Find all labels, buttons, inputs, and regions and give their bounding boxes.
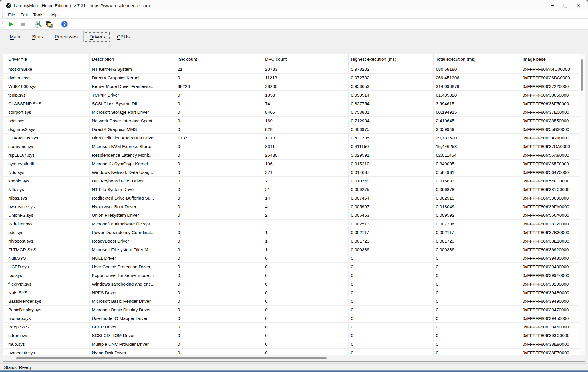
column-header-dpc-count[interactable]: DPC count	[263, 54, 349, 65]
cell-description: Windows sandboxing and enc...	[90, 280, 175, 288]
table-row[interactable]: Ntfs.sysNT File System Driver0210,009275…	[3, 185, 579, 194]
cell-description: Redirected Drive Buffering Su...	[90, 194, 175, 202]
help-button[interactable]: ?	[59, 20, 69, 29]
vertical-scrollbar[interactable]	[579, 54, 585, 355]
close-button[interactable]	[572, 0, 585, 11]
cell-dpc-count: 1853	[263, 91, 349, 99]
cell-total-execution: 29,731620	[434, 134, 520, 142]
table-row[interactable]: FLTMGR.SYSMicrosoft Filesystem Filter M.…	[3, 245, 579, 254]
cell-isr-count: 0	[175, 228, 263, 237]
table-row[interactable]: WdFilter.sysMicrosoft antimalware file s…	[3, 220, 579, 228]
table-row[interactable]: BasicRender.sysMicrosoft Basic Render Dr…	[3, 297, 579, 306]
options-button[interactable]	[33, 20, 43, 29]
table-row[interactable]: pdc.sysPower Dependency Coordinat...010,…	[3, 228, 579, 237]
cell-highest-execution: 0,411150	[349, 142, 434, 151]
table-row[interactable]: Wdf01000.sysKernel Mode Driver Framewor.…	[3, 82, 579, 91]
table-row[interactable]: Npfs.SYSNPFS Driver00000xFFFFF806'394B00…	[3, 288, 579, 297]
play-button[interactable]	[6, 20, 16, 29]
table-row[interactable]: UCPD.sysUser Choice Protection Driver000…	[3, 263, 579, 271]
table-row[interactable]: dxgmms2.sysDirectX Graphics MMS08280,463…	[3, 125, 579, 134]
menu-item-help[interactable]: Help	[46, 11, 60, 18]
table-row[interactable]: Ndu.sysWindows Network Data Usag...03710…	[3, 168, 579, 177]
table-row[interactable]: hvservice.sysHypervisor Boot Driver040,0…	[3, 202, 579, 211]
column-header-total-execution[interactable]: Total execution (ms)	[434, 54, 520, 65]
cell-driver-file: ndis.sys	[3, 117, 90, 125]
horizontal-scrollbar-thumb[interactable]	[16, 357, 327, 359]
table-row[interactable]: tcpip.sysTCP/IP Driver018530,95051461,49…	[3, 91, 579, 99]
column-header-image-base[interactable]: Image base	[520, 54, 585, 65]
title-bar[interactable]: LatencyMon (Home Edition ) v 7.31 - http…	[0, 0, 588, 11]
cell-highest-execution: 0	[349, 331, 434, 340]
table-row[interactable]: rdyboost.sysReadyBoost Driver010,0017230…	[3, 237, 579, 245]
column-header-isr-count[interactable]: ISR count	[175, 54, 263, 65]
table-row[interactable]: mup.sysMultiple UNC Provider Driver00000…	[3, 340, 579, 349]
cell-dpc-count: 0	[263, 323, 349, 331]
table-row[interactable]: filecrypt.sysWindows sandboxing and enc.…	[3, 280, 579, 288]
table-row[interactable]: UnionFS.sysUnion Filesystem Driver020,00…	[3, 211, 579, 220]
tab-main[interactable]: Main	[5, 33, 25, 41]
cell-highest-execution: 0	[349, 263, 434, 271]
maximize-button[interactable]	[559, 0, 572, 11]
cell-dpc-count: 0	[263, 297, 349, 306]
column-header-driver-file[interactable]: Driver file	[3, 54, 90, 65]
cell-highest-execution: 0	[349, 323, 434, 331]
cell-dpc-count: 0	[263, 254, 349, 263]
table-row[interactable]: cdrom.sysSCSI CD-ROM Driver00000xFFFFF80…	[3, 331, 579, 340]
minimize-button[interactable]	[546, 0, 559, 11]
horizontal-scrollbar[interactable]	[3, 355, 585, 361]
menubar-gripper[interactable]	[2, 12, 3, 17]
vertical-scrollbar-thumb[interactable]	[581, 59, 583, 91]
stop-button[interactable]	[18, 20, 27, 29]
cell-total-execution: 0	[434, 297, 520, 306]
table-row[interactable]: tbs.sysExport driver for kernel mode ...…	[3, 271, 579, 280]
menu-item-edit[interactable]: Edit	[18, 11, 31, 18]
table-row[interactable]: uiomap.sysUsermode IO Mapper Driver00000…	[3, 314, 579, 323]
table-row[interactable]: storport.sysMicrosoft Storage Port Drive…	[3, 108, 579, 117]
cell-highest-execution: 0,972732	[349, 74, 434, 82]
cell-description: Export driver for kernel mode ...	[90, 271, 175, 280]
cell-image-base: 0xFFFFF806'38550000	[520, 117, 579, 125]
cell-description: NULL Driver	[90, 254, 175, 263]
cell-description: DirectX Graphics Kernel	[90, 74, 175, 82]
table-row[interactable]: CLASSPNP.SYSSCSI Class System Dll0740,82…	[3, 99, 579, 108]
table-row[interactable]: rspLLL64.sysResplendence Latency Monit..…	[3, 151, 579, 160]
table-row[interactable]: symcryptk.dllMicrosoft® SymCrypt Kernel …	[3, 160, 579, 168]
table-row[interactable]: BasicDisplay.sysMicrosoft Basic Display …	[3, 306, 579, 314]
cell-highest-execution: 0,950514	[349, 91, 434, 99]
column-header-description[interactable]: Description	[90, 54, 175, 65]
tab-stats[interactable]: Stats	[28, 33, 47, 41]
cell-isr-count: 38226	[175, 82, 263, 91]
cell-description: Microsoft Storage Port Driver	[90, 108, 175, 117]
cell-driver-file: storport.sys	[3, 108, 90, 117]
table-row[interactable]: ntoskrnl.exeNT Kernel & System21207830,9…	[3, 65, 579, 74]
cell-image-base: 0xFFFFF806'39400000	[520, 263, 579, 271]
cell-dpc-count: 1	[263, 228, 349, 237]
table-row[interactable]: dxgkrnl.sysDirectX Graphics Kernel011218…	[3, 74, 579, 82]
cell-total-execution: 0	[434, 331, 520, 340]
table-row[interactable]: ndis.sysNetwork Driver Interface Speci..…	[3, 117, 579, 125]
tab-processes[interactable]: Processes	[51, 33, 82, 41]
cell-total-execution: 15,446253	[434, 142, 520, 151]
table-row[interactable]: nvmedisk.sysNvme Disk Driver00000xFFFFF8…	[3, 349, 579, 355]
table-row[interactable]: Null.SYSNULL Driver00000xFFFFF806'394300…	[3, 254, 579, 263]
column-header-highest-execution[interactable]: Highest execution (ms)	[349, 54, 434, 65]
tab-drivers[interactable]: Drivers	[85, 32, 110, 42]
cell-image-base: 0xFFFFF806'39470000	[520, 306, 579, 314]
copy-button[interactable]	[44, 20, 54, 29]
cell-description: Hypervisor Boot Driver	[90, 202, 175, 211]
cell-driver-file: FLTMGR.SYS	[3, 245, 90, 254]
table-row[interactable]: stornvme.sysMicrosoft NVM Express Storp.…	[3, 142, 579, 151]
cell-image-base: 0xFFFFF806'3A740000	[520, 134, 579, 142]
toolbar-gripper[interactable]	[2, 21, 3, 28]
menu-item-file[interactable]: File	[5, 11, 18, 18]
table-row[interactable]: Beep.SYSBEEP Driver00000xFFFFF806'394400…	[3, 323, 579, 331]
cell-driver-file: HDAudBus.sys	[3, 134, 90, 142]
menu-item-tools[interactable]: Tools	[31, 11, 46, 18]
cell-image-base: 0xFFFFF806'36BC0000	[520, 74, 579, 82]
cell-total-execution: 680,68180	[434, 65, 520, 74]
table-row[interactable]: kbdhid.sysHID Keyboard Filter Driver020,…	[3, 177, 579, 185]
cell-dpc-count: 196	[263, 160, 349, 168]
table-row[interactable]: HDAudBus.sysHigh Definition Audio Bus Dr…	[3, 134, 579, 142]
tab-cpus[interactable]: CPUs	[113, 33, 134, 41]
table-row[interactable]: rdbss.sysRedirected Drive Buffering Su..…	[3, 194, 579, 202]
